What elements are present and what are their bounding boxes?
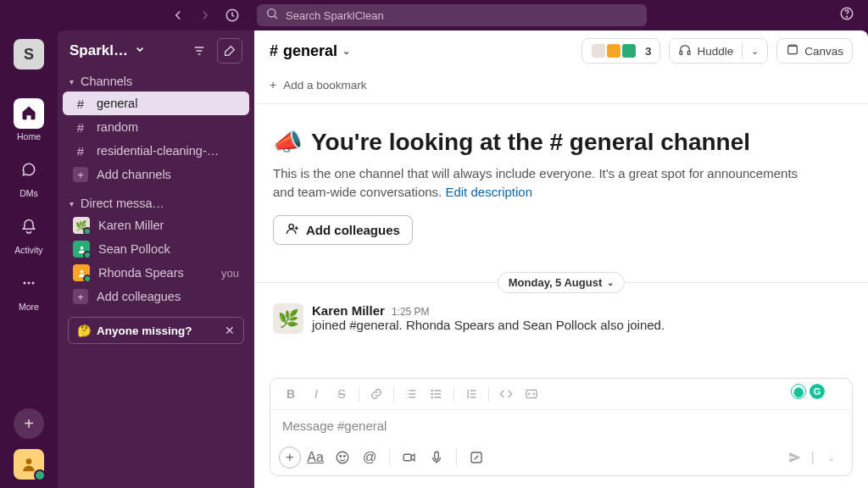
format-button[interactable]: Aa bbox=[303, 446, 328, 469]
grammarly-icon: ⬤ bbox=[791, 384, 806, 399]
presence-indicator-icon bbox=[34, 469, 46, 481]
person-add-icon bbox=[286, 222, 299, 238]
add-channels-button[interactable]: + Add channels bbox=[58, 163, 254, 186]
channel-label: general bbox=[97, 97, 137, 110]
filter-button[interactable] bbox=[186, 38, 212, 64]
emoji-button[interactable] bbox=[330, 446, 355, 469]
grammarly-widget[interactable]: ⬤ G bbox=[791, 384, 825, 399]
rail-create-button[interactable]: + bbox=[14, 408, 44, 439]
hash-icon: # bbox=[73, 144, 88, 158]
headphones-icon bbox=[678, 43, 692, 59]
dm-avatar-icon bbox=[73, 264, 90, 281]
intro-description: This is the one channel that will always… bbox=[273, 164, 815, 202]
help-icon[interactable] bbox=[839, 6, 854, 25]
svg-point-7 bbox=[26, 458, 32, 464]
workspace-switcher[interactable]: S bbox=[14, 39, 44, 69]
date-divider-button[interactable]: Monday, 5 August ⌄ bbox=[498, 272, 626, 293]
edit-description-link[interactable]: Edit description bbox=[445, 185, 532, 199]
dm-sean-pollock[interactable]: Sean Pollock bbox=[58, 237, 254, 261]
add-colleagues-label: Add colleagues bbox=[97, 290, 181, 303]
add-colleagues-label: Add colleagues bbox=[306, 223, 400, 237]
channel-residential-cleaning[interactable]: # residential-cleaning-… bbox=[58, 139, 254, 163]
close-icon[interactable]: ✕ bbox=[225, 324, 235, 337]
blockquote-button[interactable] bbox=[459, 384, 483, 404]
bold-button[interactable]: B bbox=[279, 384, 303, 404]
svg-point-3 bbox=[847, 16, 848, 17]
add-colleagues-sidebar-button[interactable]: + Add colleagues bbox=[58, 285, 254, 308]
link-button[interactable] bbox=[364, 384, 388, 404]
you-label: you bbox=[221, 267, 239, 280]
canvas-icon bbox=[786, 43, 799, 59]
ordered-list-button[interactable] bbox=[399, 384, 423, 404]
svg-rect-21 bbox=[403, 454, 411, 461]
svg-point-15 bbox=[431, 393, 432, 394]
dm-label: Karen Miller bbox=[98, 219, 164, 232]
svg-rect-10 bbox=[680, 51, 682, 54]
channel-random[interactable]: # random bbox=[58, 115, 254, 139]
rail-home[interactable]: Home bbox=[0, 93, 58, 147]
search-input[interactable] bbox=[286, 9, 638, 22]
dm-rhonda-spears[interactable]: Rhonda Spears you bbox=[58, 261, 254, 285]
code-button[interactable] bbox=[494, 384, 518, 404]
message-row[interactable]: 🌿 Karen Miller 1:25 PM joined #general. … bbox=[254, 298, 868, 339]
send-options-button[interactable]: ⌄ bbox=[818, 446, 843, 469]
bookmark-label: Add a bookmark bbox=[283, 79, 366, 92]
nav-back-icon[interactable] bbox=[170, 8, 186, 23]
workspace-name[interactable]: Sparkl… bbox=[70, 42, 128, 59]
svg-point-14 bbox=[431, 390, 432, 391]
svg-point-13 bbox=[289, 224, 293, 228]
send-button[interactable] bbox=[782, 446, 808, 469]
audio-button[interactable] bbox=[424, 446, 449, 469]
section-label: Direct messa… bbox=[81, 197, 164, 210]
dm-label: Rhonda Spears bbox=[98, 266, 184, 280]
chevron-down-icon bbox=[133, 42, 147, 59]
channel-label: random bbox=[97, 120, 138, 134]
history-icon[interactable] bbox=[225, 8, 240, 23]
svg-point-20 bbox=[344, 456, 346, 458]
channels-section-toggle[interactable]: ▾ Channels bbox=[58, 71, 254, 92]
message-avatar-icon: 🌿 bbox=[273, 303, 303, 334]
section-label: Channels bbox=[81, 75, 132, 88]
strikethrough-button[interactable]: S bbox=[330, 384, 353, 404]
member-avatar-icon bbox=[606, 43, 621, 58]
dm-avatar-icon bbox=[73, 241, 90, 258]
caret-down-icon: ▾ bbox=[70, 77, 74, 86]
rail-activity[interactable]: Activity bbox=[0, 207, 58, 260]
dm-karen-miller[interactable]: 🌿 Karen Miller bbox=[58, 214, 254, 237]
channel-title: general bbox=[283, 42, 337, 60]
add-bookmark-button[interactable]: + Add a bookmark bbox=[254, 71, 868, 104]
bullet-list-button[interactable] bbox=[425, 384, 448, 404]
message-time: 1:25 PM bbox=[392, 306, 430, 318]
mention-button[interactable]: @ bbox=[357, 446, 382, 469]
user-avatar[interactable] bbox=[14, 449, 44, 480]
missing-text: Anyone missing? bbox=[97, 324, 192, 337]
anyone-missing-banner[interactable]: 🤔 Anyone missing? ✕ bbox=[68, 317, 244, 344]
svg-point-4 bbox=[24, 282, 26, 285]
dm-label: Sean Pollock bbox=[98, 242, 170, 256]
codeblock-button[interactable] bbox=[520, 384, 543, 404]
huddle-button[interactable]: Huddle ⌄ bbox=[669, 38, 768, 64]
rail-more[interactable]: More bbox=[0, 263, 58, 317]
chevron-down-icon: ⌄ bbox=[751, 46, 759, 57]
message-input[interactable]: Message #general bbox=[270, 410, 852, 441]
shortcut-button[interactable] bbox=[464, 446, 489, 469]
rail-dms[interactable]: DMs bbox=[0, 150, 58, 203]
video-button[interactable] bbox=[397, 446, 422, 469]
svg-rect-12 bbox=[788, 46, 798, 53]
nav-forward-icon[interactable] bbox=[198, 8, 213, 23]
rail-label: Activity bbox=[14, 245, 42, 255]
italic-button[interactable]: I bbox=[304, 384, 328, 404]
date-label: Monday, 5 August bbox=[509, 276, 603, 289]
search-box[interactable] bbox=[257, 4, 647, 26]
members-button[interactable]: 3 bbox=[581, 38, 661, 64]
compose-button[interactable] bbox=[217, 38, 242, 64]
channel-name-button[interactable]: # general ⌄ bbox=[270, 42, 350, 60]
dms-section-toggle[interactable]: ▾ Direct messa… bbox=[58, 193, 254, 214]
message-author[interactable]: Karen Miller bbox=[312, 303, 385, 318]
caret-down-icon: ▾ bbox=[70, 199, 74, 208]
channel-general[interactable]: # general bbox=[63, 92, 249, 115]
canvas-button[interactable]: Canvas bbox=[776, 38, 853, 64]
plus-icon: + bbox=[73, 167, 88, 182]
add-colleagues-button[interactable]: Add colleagues bbox=[273, 215, 413, 245]
attach-button[interactable]: + bbox=[279, 446, 301, 469]
